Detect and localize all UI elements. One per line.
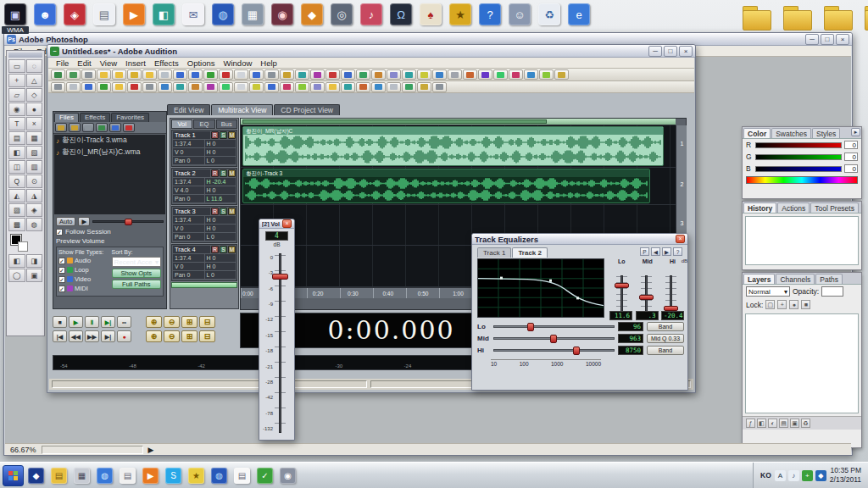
tray-icon[interactable]: ◆: [815, 470, 826, 481]
track-field[interactable]: L 11.6: [205, 195, 236, 202]
go-to-start-button[interactable]: |◀: [53, 330, 67, 342]
file-list-item[interactable]: ♪ 황진이-Track 3.wma: [54, 135, 165, 147]
toolbar-button[interactable]: [158, 82, 172, 92]
toolbar-button[interactable]: [493, 69, 508, 80]
photoshop-tool-button[interactable]: ▧: [26, 146, 43, 159]
desktop-icon[interactable]: ✉: [182, 3, 204, 25]
quick-launch-icon[interactable]: ▤: [51, 468, 67, 484]
toolbar-button[interactable]: [417, 69, 431, 80]
zoom-out-v-icon[interactable]: ⊟: [199, 330, 215, 342]
tab-tool-presets[interactable]: Tool Presets: [810, 202, 859, 213]
photoshop-tool-button[interactable]: △: [26, 74, 43, 87]
quick-launch-icon[interactable]: S: [165, 468, 181, 484]
track-field[interactable]: H 0: [205, 263, 236, 270]
desktop-icon[interactable]: ◉: [271, 3, 293, 25]
channel-slider[interactable]: [755, 154, 842, 160]
fader-handle[interactable]: [639, 295, 654, 300]
frequency-slider[interactable]: [493, 337, 615, 340]
screen-mode-button[interactable]: ◧: [8, 254, 25, 268]
volume-value[interactable]: 4: [265, 231, 288, 241]
tab-vol[interactable]: Vol: [171, 119, 192, 129]
menu-item[interactable]: File: [52, 58, 73, 68]
tab-files[interactable]: Files: [54, 113, 79, 122]
tab-channels[interactable]: Channels: [776, 274, 815, 284]
toolbar-button[interactable]: [112, 69, 126, 80]
folder-icon[interactable]: [865, 10, 868, 30]
quick-launch-icon[interactable]: ◍: [211, 468, 227, 484]
photoshop-tool-button[interactable]: ▥: [26, 160, 43, 174]
desktop-icon[interactable]: ◍: [212, 3, 234, 25]
photoshop-tool-button[interactable]: ●: [26, 103, 43, 116]
tray-icon[interactable]: ♪: [788, 470, 799, 481]
photoshop-tool-button[interactable]: ▭: [8, 59, 25, 73]
eq-nav-button[interactable]: ▶: [662, 247, 671, 256]
new-layer-icon[interactable]: ▣: [790, 419, 799, 428]
toolbar-button[interactable]: [387, 82, 401, 92]
rewind-button[interactable]: ◀◀: [69, 330, 83, 342]
lock-transparency-icon[interactable]: ▢: [765, 300, 775, 309]
color-spectrum-bar[interactable]: [746, 176, 858, 184]
clock[interactable]: 10:35 PM 2/13/2011: [830, 466, 861, 484]
toolbar-button[interactable]: [127, 69, 142, 80]
tab-multitrack-view[interactable]: Multitrack View: [211, 104, 273, 115]
close-button[interactable]: ×: [679, 46, 693, 57]
toolbar-button[interactable]: [417, 82, 431, 92]
layer-mask-icon[interactable]: ◧: [757, 419, 766, 428]
zoom-out-full-icon[interactable]: ⊖: [164, 316, 180, 328]
zoom-out-icon[interactable]: ⊕: [146, 330, 162, 342]
sort-select[interactable]: Recent Acce ▾: [112, 257, 162, 267]
lo-gain-value[interactable]: 11.6: [609, 311, 632, 320]
tab-eq[interactable]: EQ: [193, 119, 214, 129]
minimize-button[interactable]: ─: [805, 34, 819, 45]
quick-launch-icon[interactable]: ✓: [257, 468, 273, 484]
photoshop-tool-button[interactable]: ▤: [8, 131, 25, 145]
full-paths-button[interactable]: Full Paths: [112, 280, 162, 289]
jump-button[interactable]: ▣: [26, 269, 43, 282]
toolbar-button[interactable]: [295, 69, 309, 80]
toolbar-button[interactable]: [127, 82, 142, 92]
photoshop-tool-button[interactable]: T: [8, 117, 25, 130]
toolbar-button[interactable]: [264, 82, 279, 92]
volume-fader[interactable]: 0-3-6-9-12-15-18-21-28-42-78-132: [259, 252, 294, 435]
photoshop-tool-button[interactable]: ▱: [8, 88, 25, 102]
toolbar-button[interactable]: [234, 82, 248, 92]
console-scrollbar[interactable]: [171, 282, 237, 288]
mid-gain-value[interactable]: .3: [636, 311, 659, 320]
desktop-icon[interactable]: ♪: [360, 3, 382, 25]
toolbar-button[interactable]: [356, 69, 370, 80]
track-field[interactable]: 1:37.4: [173, 140, 204, 147]
slider-handle[interactable]: [125, 219, 132, 225]
channel-slider[interactable]: [755, 142, 842, 148]
desktop-icon[interactable]: ♠: [420, 3, 442, 25]
eq-curve-graph[interactable]: [477, 258, 604, 318]
files-toolbar-button[interactable]: [69, 123, 81, 132]
desktop-icon[interactable]: ▤: [93, 3, 115, 25]
track-name[interactable]: Track 1: [173, 131, 210, 139]
screen-mode-button[interactable]: ◨: [26, 254, 43, 268]
zoom-out-h-icon[interactable]: ⊞: [181, 330, 198, 342]
background-color-swatch[interactable]: [18, 241, 28, 252]
toolbar-button[interactable]: [203, 82, 218, 92]
folder-icon[interactable]: [824, 10, 853, 30]
track-volume-field[interactable]: V 0: [173, 148, 204, 156]
toolbar-button[interactable]: [66, 69, 81, 80]
track-name[interactable]: Track 3: [173, 208, 210, 215]
frequency-value[interactable]: 963: [618, 334, 643, 343]
toolbar-button[interactable]: [310, 82, 325, 92]
menu-item[interactable]: View: [96, 58, 121, 68]
zoom-in-icon[interactable]: ⊕: [146, 316, 162, 328]
tab-history[interactable]: History: [743, 202, 776, 213]
quick-launch-icon[interactable]: ▶: [142, 468, 159, 484]
track-field[interactable]: H 0: [205, 186, 236, 194]
track-volume-field[interactable]: V 0: [173, 263, 204, 270]
toolbar-button[interactable]: [264, 69, 279, 80]
toolbar-button[interactable]: [295, 82, 309, 92]
toolbar-button[interactable]: [97, 69, 111, 80]
band-button[interactable]: Band: [647, 322, 684, 331]
pause-button[interactable]: Ⅱ: [85, 316, 99, 328]
fader-handle[interactable]: [615, 283, 629, 288]
track-field[interactable]: H 0: [205, 225, 236, 232]
track-pan-field[interactable]: Pan 0: [173, 195, 204, 202]
eq-titlebar[interactable]: Track Equalizers ×: [472, 234, 687, 245]
frequency-slider[interactable]: [493, 349, 615, 352]
